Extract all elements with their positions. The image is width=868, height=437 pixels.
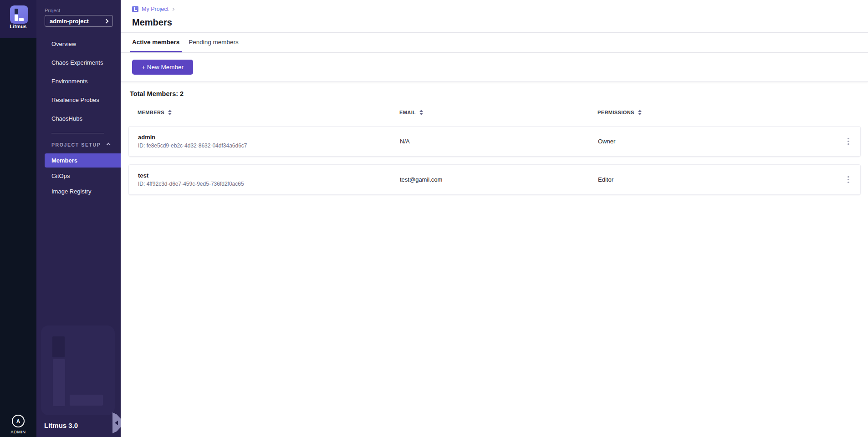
brand-label: Litmus <box>0 24 36 29</box>
column-header-permissions: PERMISSIONS <box>597 110 840 116</box>
logo-vertical-bar <box>15 15 18 21</box>
member-cell: admin ID: fe8e5cd9-eb2c-4d32-8632-04df34… <box>138 134 400 149</box>
username-label: ADMIN <box>0 429 36 434</box>
tab-label: Pending members <box>189 39 239 46</box>
column-label: EMAIL <box>399 110 416 115</box>
member-permission: Owner <box>598 138 839 145</box>
collapse-arrow-icon <box>115 421 118 425</box>
version-label: Litmus 3.0 <box>44 422 78 429</box>
member-email: test@gamil.com <box>400 176 598 183</box>
logo-dash-shape <box>15 9 18 14</box>
member-id: ID: 4ff92c3d-d6e7-459c-9ed5-736fd2f0ac65 <box>138 181 400 187</box>
column-header-members: MEMBERS <box>138 110 399 116</box>
sidebar-collapse-handle[interactable] <box>112 412 121 433</box>
tab-label: Active members <box>132 39 179 46</box>
new-member-button[interactable]: + New Member <box>132 60 193 75</box>
chevron-right-icon <box>171 7 174 10</box>
logo-horizontal-bar <box>135 10 137 11</box>
project-label: Project <box>45 8 60 13</box>
watermark-bar <box>70 395 103 406</box>
sidebar-item-gitops[interactable]: GitOps <box>36 169 121 183</box>
project-icon <box>132 6 138 12</box>
table-row[interactable]: admin ID: fe8e5cd9-eb2c-4d32-8632-04df34… <box>128 126 861 157</box>
total-members-count: Total Members: 2 <box>130 90 861 97</box>
avatar[interactable]: A <box>12 415 25 427</box>
sidebar-item-label: Chaos Experiments <box>51 59 103 66</box>
toolbar: + New Member <box>121 53 868 82</box>
litmus-watermark-graphic <box>41 325 115 415</box>
column-label: PERMISSIONS <box>597 110 634 115</box>
member-cell: test ID: 4ff92c3d-d6e7-459c-9ed5-736fd2f… <box>138 172 400 187</box>
project-setup-section-toggle[interactable]: PROJECT SETUP <box>36 139 121 151</box>
page-title: Members <box>132 17 868 28</box>
member-name: test <box>138 172 400 179</box>
litmus-logo-icon[interactable] <box>10 5 28 24</box>
tab-active-members[interactable]: Active members <box>130 33 182 52</box>
sidebar-item-overview[interactable]: Overview <box>36 35 121 53</box>
watermark-bar <box>53 359 65 406</box>
tab-pending-members[interactable]: Pending members <box>186 33 241 52</box>
sidebar-item-label: ChaosHubs <box>51 115 82 122</box>
sidebar-item-members[interactable]: Members <box>45 153 121 168</box>
row-menu-button[interactable] <box>843 174 854 185</box>
member-name: admin <box>138 134 400 141</box>
sidebar-item-environments[interactable]: Environments <box>36 72 121 91</box>
project-setup-nav: Members GitOps Image Registry <box>36 153 121 200</box>
member-permission: Editor <box>598 176 839 183</box>
project-selector-value: admin-project <box>50 18 89 25</box>
sort-icon[interactable] <box>168 110 172 116</box>
user-menu[interactable]: A ADMIN <box>0 415 36 434</box>
sidebar-item-chaoshubs[interactable]: ChaosHubs <box>36 109 121 128</box>
sidebar-item-label: Image Registry <box>51 188 91 195</box>
table-row[interactable]: test ID: 4ff92c3d-d6e7-459c-9ed5-736fd2f… <box>128 164 861 195</box>
member-email: N/A <box>400 138 598 145</box>
chevron-up-icon <box>107 143 110 147</box>
row-menu-button[interactable] <box>843 136 854 147</box>
sidebar-item-label: Environments <box>51 78 87 85</box>
sort-icon[interactable] <box>638 110 642 116</box>
sidebar-item-label: Resilience Probes <box>51 97 99 103</box>
sidebar-item-image-registry[interactable]: Image Registry <box>36 184 121 198</box>
sidebar-item-label: Members <box>51 157 77 164</box>
sidebar-item-label: Overview <box>51 41 76 47</box>
members-table-section: Total Members: 2 MEMBERS EMAIL PERMISSIO… <box>121 82 868 195</box>
column-label: MEMBERS <box>138 110 164 115</box>
main-content: My Project Members Active members Pendin… <box>121 0 868 437</box>
sidebar: Project admin-project Overview Chaos Exp… <box>36 0 121 437</box>
left-rail: Litmus A ADMIN <box>0 0 36 437</box>
watermark-bar <box>52 336 65 357</box>
sidebar-item-resilience-probes[interactable]: Resilience Probes <box>36 91 121 109</box>
member-id: ID: fe8e5cd9-eb2c-4d32-8632-04df34a6d6c7 <box>138 142 400 149</box>
breadcrumb-link-my-project[interactable]: My Project <box>142 6 168 12</box>
logo-horizontal-bar <box>19 18 24 21</box>
sort-icon[interactable] <box>419 110 423 116</box>
project-selector[interactable]: admin-project <box>45 15 113 27</box>
sidebar-item-chaos-experiments[interactable]: Chaos Experiments <box>36 53 121 72</box>
page-header: My Project Members <box>121 0 868 33</box>
breadcrumb: My Project <box>132 5 868 13</box>
project-setup-label: PROJECT SETUP <box>51 142 101 147</box>
app-window: Litmus A ADMIN Project admin-project Ove… <box>0 0 868 437</box>
sidebar-item-label: GitOps <box>51 173 70 179</box>
table-header-row: MEMBERS EMAIL PERMISSIONS <box>128 107 861 118</box>
sidebar-nav: Overview Chaos Experiments Environments … <box>36 35 121 128</box>
sidebar-divider <box>51 133 104 133</box>
chevron-right-icon <box>104 19 109 23</box>
column-header-email: EMAIL <box>399 110 597 116</box>
tab-bar: Active members Pending members <box>121 33 868 53</box>
